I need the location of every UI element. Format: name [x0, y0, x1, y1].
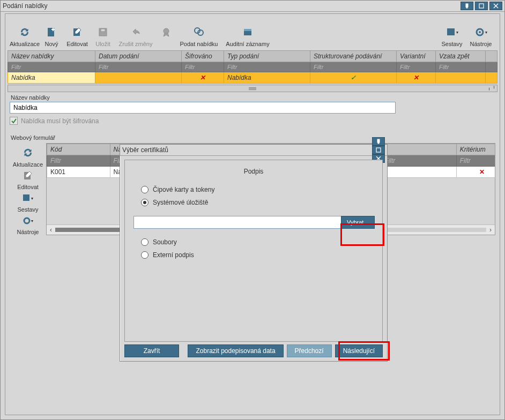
show-signed-data-button[interactable]: Zobrazit podepisovaná data: [188, 344, 283, 357]
svg-rect-10: [101, 29, 105, 32]
wf-filter-code[interactable]: Filtr: [47, 155, 110, 167]
radio-files[interactable]: Soubory: [141, 238, 382, 246]
filter-extra[interactable]: [486, 62, 497, 72]
name-label: Název nabídky: [11, 94, 495, 101]
prev-button[interactable]: Předchozí: [287, 344, 332, 357]
cell-withdrawn: [436, 72, 486, 84]
encrypt-checkbox-row: Nabídka musí být šifrována: [10, 117, 495, 125]
svg-marker-26: [31, 220, 33, 222]
edit-button[interactable]: Editovat: [63, 19, 91, 47]
wf-cell-code: K001: [47, 167, 110, 178]
detail-form: Název nabídky Nabídka musí být šifrována…: [10, 94, 495, 141]
wf-filter-criterion[interactable]: Filtr: [456, 155, 495, 167]
col-structured[interactable]: Strukturované podávání: [310, 51, 397, 62]
wf-col-unknown[interactable]: [381, 144, 456, 155]
splitter-handle[interactable]: [8, 85, 497, 92]
svg-rect-27: [377, 139, 380, 142]
close-button[interactable]: Zavřít: [124, 344, 179, 357]
encrypt-checkbox[interactable]: [10, 117, 18, 125]
wf-refresh-button[interactable]: Aktualizace: [11, 143, 44, 168]
col-extra[interactable]: [486, 51, 497, 62]
wf-cell-unknown: [381, 167, 456, 178]
col-date[interactable]: Datum podání: [95, 51, 182, 62]
cell-name: Nabídka: [8, 72, 95, 84]
name-input[interactable]: [10, 102, 396, 114]
wf-tools-button[interactable]: Nástroje: [11, 214, 44, 235]
certificate-path-input[interactable]: [133, 216, 341, 229]
svg-rect-23: [23, 194, 29, 201]
toolbar: Aktualizace Nový Editovat Uložit Zrušit …: [5, 14, 500, 47]
cell-structured: ✓: [310, 72, 397, 84]
svg-point-25: [24, 218, 29, 223]
dialog-body: Podpis Čipové karty a tokeny Systémové ú…: [124, 160, 383, 342]
filter-structured[interactable]: Filtr: [310, 62, 397, 72]
titlebar: Podání nabídky: [1, 1, 504, 12]
svg-rect-2: [479, 4, 484, 8]
filter-name[interactable]: Filtr: [8, 62, 95, 72]
svg-marker-24: [31, 198, 33, 200]
svg-rect-15: [244, 29, 251, 31]
window-title: Podání nabídky: [3, 2, 461, 10]
dialog-title: Výběr certifikátů: [122, 146, 372, 154]
badge-button[interactable]: [157, 19, 176, 47]
radio-external[interactable]: Externí podpis: [141, 251, 382, 259]
dialog-heading: Podpis: [125, 168, 382, 175]
filter-withdrawn[interactable]: Filtr: [436, 62, 486, 72]
dialog-maximize-icon[interactable]: [372, 146, 385, 154]
undo-button[interactable]: Zrušit změny: [115, 19, 157, 47]
svg-point-20: [479, 31, 481, 33]
encrypt-label: Nabídka musí být šifrována: [21, 117, 99, 125]
col-encrypted[interactable]: Šifrováno: [182, 51, 224, 62]
webform-label: Webový formulář: [11, 134, 495, 141]
radio-smartcards[interactable]: Čipové karty a tokeny: [141, 186, 382, 193]
wf-edit-button[interactable]: Editovat: [11, 169, 44, 190]
col-variant[interactable]: Variantní: [397, 51, 436, 62]
wf-cell-criterion: ✕: [456, 167, 495, 178]
audit-button[interactable]: Auditní záznamy: [222, 19, 273, 47]
svg-rect-29: [376, 148, 381, 152]
filter-encrypted[interactable]: Filtr: [182, 62, 224, 72]
scroll-left-icon[interactable]: ‹: [47, 226, 55, 234]
col-type[interactable]: Typ podání: [224, 51, 310, 62]
offers-grid: Název nabídky Datum podání Šifrováno Typ…: [8, 50, 497, 84]
reports-button[interactable]: Sestavy: [437, 19, 466, 47]
svg-rect-0: [466, 4, 468, 7]
filter-type[interactable]: Filtr: [224, 62, 310, 72]
svg-rect-1: [466, 7, 467, 8]
svg-rect-28: [378, 142, 379, 144]
new-button[interactable]: Nový: [40, 19, 63, 47]
certificate-dialog: Výběr certifikátů Podpis Čipové karty a …: [120, 144, 388, 362]
cell-type: Nabídka: [224, 72, 310, 84]
maximize-icon[interactable]: [475, 2, 488, 10]
wf-col-code[interactable]: Kód: [47, 144, 110, 155]
save-button[interactable]: Uložit: [91, 19, 115, 47]
scroll-right-icon[interactable]: ›: [486, 226, 495, 234]
pin-icon[interactable]: [461, 2, 473, 10]
col-name[interactable]: Název nabídky: [8, 51, 95, 62]
svg-rect-16: [447, 28, 455, 35]
svg-marker-21: [485, 32, 487, 34]
col-withdrawn[interactable]: Vzata zpět: [436, 51, 486, 62]
main-window: Podání nabídky Aktualizace Nový Editovat: [0, 0, 505, 420]
filter-date[interactable]: Filtr: [95, 62, 182, 72]
submit-button[interactable]: Podat nabídku: [176, 19, 222, 47]
tools-button[interactable]: Nástroje: [466, 19, 495, 47]
cell-date: [95, 72, 182, 84]
filter-variant[interactable]: Filtr: [397, 62, 436, 72]
wf-col-criterion[interactable]: Kritérium: [456, 144, 495, 155]
dialog-buttons: Zavřít Zobrazit podepisovaná data Předch…: [124, 344, 383, 358]
refresh-button[interactable]: Aktualizace: [10, 19, 40, 47]
select-button[interactable]: Vybrat...: [341, 216, 375, 229]
table-row[interactable]: Nabídka ✕ Nabídka ✓ ✕: [8, 72, 497, 84]
dialog-pin-icon[interactable]: [372, 137, 385, 146]
webform-sidetools: Aktualizace Editovat Sestavy Nástroje: [10, 143, 46, 235]
close-icon[interactable]: [489, 2, 502, 10]
cell-extra: [486, 72, 497, 84]
window-controls: [461, 2, 502, 10]
cell-encrypted: ✕: [182, 72, 224, 84]
wf-filter-unknown[interactable]: Filtr: [381, 155, 456, 167]
svg-rect-17: [447, 34, 455, 35]
wf-reports-button[interactable]: Sestavy: [11, 191, 44, 213]
next-button[interactable]: Následující: [335, 344, 383, 357]
radio-sysstore[interactable]: Systémové úložiště: [141, 199, 382, 206]
